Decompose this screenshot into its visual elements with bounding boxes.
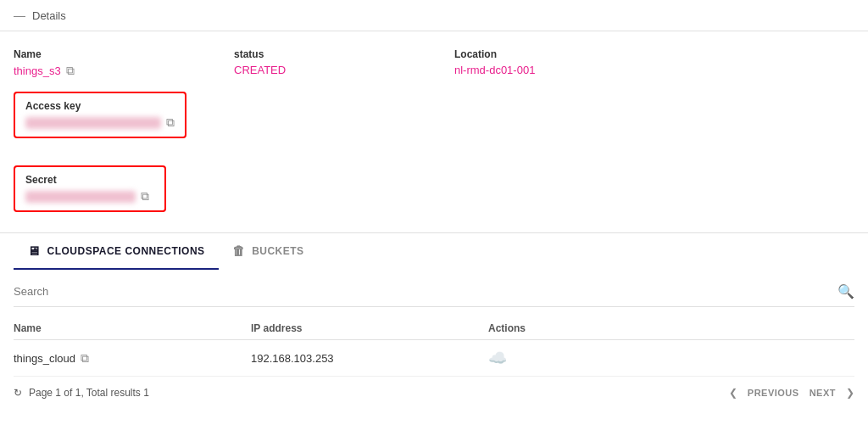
secret-label: Secret [25,174,154,186]
next-chevron-icon: ❯ [846,387,854,399]
col-header-name: Name [14,317,251,340]
tabs-container: 🖥 CLOUDSPACE CONNECTIONS 🗑 BUCKETS [14,233,854,270]
next-button[interactable]: NEXT [810,388,836,398]
pagination: ↻ Page 1 of 1, Total results 1 ❮ PREVIOU… [14,377,854,399]
table-row: things_cloud ⧉ 192.168.103.253 ☁️ [14,340,854,377]
prev-chevron-icon: ❮ [729,387,737,399]
col-header-ip: IP address [251,317,488,340]
location-value: nl-rmd-dc01-001 [454,64,641,76]
refresh-icon[interactable]: ↻ [14,387,22,399]
page-title: Details [32,9,66,22]
cloud-off-icon[interactable]: ☁️ [488,350,507,366]
secret-section: Secret ⧉ [0,165,868,226]
access-key-label: Access key [25,100,175,112]
col-header-actions: Actions [488,317,854,340]
status-detail: status CREATED [234,48,420,78]
access-key-copy-icon[interactable]: ⧉ [166,115,175,130]
previous-button[interactable]: PREVIOUS [748,388,799,398]
nav-buttons: ❮ PREVIOUS NEXT ❯ [729,387,854,399]
search-bar: 🔍 [14,283,854,307]
connections-tab-icon: 🖥 [27,243,41,258]
row-actions-cell: ☁️ [488,340,854,377]
access-key-blurred [25,117,161,129]
connections-table: Name IP address Actions things_cloud ⧉ 1… [14,317,854,377]
name-detail: Name things_s3 ⧉ [14,48,200,78]
location-label: Location [454,48,641,60]
row-ip-cell: 192.168.103.253 [251,340,488,377]
secret-box: Secret ⧉ [14,165,166,212]
details-icon: — [14,8,25,22]
name-copy-icon[interactable]: ⧉ [66,64,75,78]
page-info: Page 1 of 1, Total results 1 [29,387,729,399]
tab-cloudspace-connections[interactable]: 🖥 CLOUDSPACE CONNECTIONS [14,233,219,270]
row-name-value: things_cloud [14,352,75,365]
status-value: CREATED [234,64,420,76]
row-name-cell: things_cloud ⧉ [14,340,251,377]
search-icon: 🔍 [837,283,854,299]
details-section: Name things_s3 ⧉ status CREATED Location… [0,31,868,165]
access-key-value: ⧉ [25,115,175,130]
name-label: Name [14,48,200,60]
name-value: things_s3 ⧉ [14,64,200,78]
tab-buckets[interactable]: 🗑 BUCKETS [219,233,318,270]
location-detail: Location nl-rmd-dc01-001 [454,48,641,78]
search-input[interactable] [14,285,837,298]
status-label: status [234,48,420,60]
connections-tab-label: CLOUDSPACE CONNECTIONS [47,245,205,257]
content-section: 🔍 Name IP address Actions things_cloud ⧉… [0,270,868,412]
secret-value: ⧉ [25,189,154,204]
row-name-copy-icon[interactable]: ⧉ [81,351,89,366]
buckets-tab-label: BUCKETS [252,245,304,257]
buckets-tab-icon: 🗑 [232,243,246,258]
secret-copy-icon[interactable]: ⧉ [141,189,149,204]
secret-blurred [25,191,136,203]
access-key-detail: Access key ⧉ [14,92,186,138]
row-ip-value: 192.168.103.253 [251,352,334,365]
tabs-section: 🖥 CLOUDSPACE CONNECTIONS 🗑 BUCKETS [0,232,868,270]
page-header: — Details [0,0,868,31]
